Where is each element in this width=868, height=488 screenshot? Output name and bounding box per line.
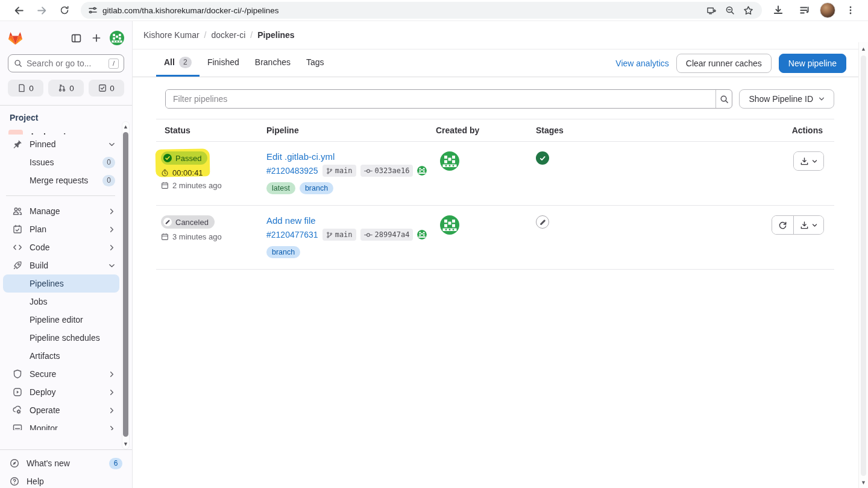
commit-icon	[364, 232, 373, 238]
tab-tags[interactable]: Tags	[298, 49, 332, 77]
site-info-icon[interactable]	[88, 5, 98, 15]
sidebar-item-build[interactable]: Build	[3, 256, 121, 274]
global-search[interactable]: /	[8, 54, 124, 72]
calendar-check-icon	[13, 224, 22, 234]
forward-icon[interactable]	[33, 2, 50, 19]
label-branch[interactable]: branch	[300, 182, 333, 194]
pipeline-id-link[interactable]: #2120483925	[266, 166, 318, 176]
view-analytics-link[interactable]: View analytics	[615, 59, 668, 68]
todos-counter[interactable]: 0	[89, 80, 124, 97]
media-queue-icon[interactable]	[796, 2, 813, 19]
sidebar-toggle-icon[interactable]	[69, 31, 83, 45]
sidebar-item-pinned[interactable]: Pinned	[3, 135, 121, 153]
sidebar-item-deploy[interactable]: Deploy	[3, 383, 121, 401]
sidebar-item-code[interactable]: Code	[3, 238, 121, 256]
new-pipeline-button[interactable]: New pipeline	[779, 54, 846, 73]
status-badge-passed[interactable]: Passed	[161, 151, 207, 165]
browser-profile-avatar[interactable]	[820, 2, 835, 18]
branch-chip[interactable]: main	[322, 229, 356, 241]
whats-new-badge: 6	[109, 458, 122, 469]
pipelines-table: Status Pipeline Created by Stages Action…	[156, 119, 834, 270]
bookmark-star-icon[interactable]	[743, 5, 753, 16]
sidebar-item-pipelines[interactable]: Pipelines	[3, 274, 119, 293]
chevron-down-icon	[108, 262, 115, 269]
commit-sha-chip[interactable]: 0323ae16	[360, 165, 414, 177]
help-item[interactable]: Help	[5, 472, 127, 488]
whats-new-item[interactable]: What's new 6	[5, 454, 127, 472]
merge-requests-counter[interactable]: 0	[48, 80, 84, 97]
sidebar-item-operate[interactable]: Operate	[3, 401, 121, 419]
page-scrollbar-thumb[interactable]	[861, 55, 866, 476]
sidebar-item-jobs[interactable]: Jobs	[3, 293, 121, 311]
scroll-down-icon[interactable]: ▼	[122, 441, 129, 447]
filter-pipelines-input[interactable]	[166, 90, 715, 108]
commit-sha-chip[interactable]: 289947a4	[360, 229, 414, 241]
pipeline-title-link[interactable]: Add new file	[266, 215, 316, 226]
pipeline-title-link[interactable]: Edit .gitlab-ci.yml	[266, 151, 335, 162]
filter-pipelines-box	[165, 89, 732, 109]
issues-counter[interactable]: 0	[8, 80, 43, 97]
column-header-created-by: Created by	[436, 125, 536, 135]
clear-runner-caches-button[interactable]: Clear runner caches	[676, 54, 772, 73]
stage-status-canceled-icon[interactable]	[536, 215, 549, 229]
tab-finished[interactable]: Finished	[200, 49, 247, 77]
creator-avatar-identicon[interactable]	[440, 215, 536, 235]
sidebar-scrollbar[interactable]: ▲ ▼	[122, 121, 130, 449]
sidebar-item-merge-requests[interactable]: Merge requests 0	[3, 171, 121, 189]
address-bar[interactable]: gitlab.com/tha.kishorekumar/docker-ci/-/…	[81, 2, 762, 19]
sidebar-item-issues[interactable]: Issues 0	[3, 153, 121, 171]
sidebar-scrollbar-thumb[interactable]	[123, 132, 128, 437]
scroll-up-icon[interactable]: ▲	[122, 124, 129, 130]
commit-author-identicon[interactable]	[417, 230, 427, 239]
branch-chip[interactable]: main	[322, 165, 356, 177]
commit-author-identicon[interactable]	[417, 166, 427, 176]
page-scrollbar[interactable]: ▲ ▼	[858, 42, 868, 488]
tab-all[interactable]: All 2	[156, 49, 200, 77]
status-badge-canceled[interactable]: Canceled	[161, 215, 215, 229]
scroll-up-icon[interactable]: ▲	[859, 46, 868, 52]
sidebar-item-artifacts[interactable]: Artifacts	[3, 347, 121, 365]
install-app-icon[interactable]	[706, 5, 717, 16]
search-input[interactable]	[27, 59, 108, 68]
label-latest[interactable]: latest	[266, 182, 295, 194]
gitlab-logo[interactable]	[8, 31, 23, 45]
creator-avatar-identicon[interactable]	[440, 151, 536, 171]
timer-icon	[161, 169, 169, 177]
stage-status-passed-icon[interactable]	[536, 151, 549, 165]
pipeline-id-link[interactable]: #2120477631	[266, 230, 318, 239]
download-artifacts-dropdown[interactable]	[793, 216, 823, 234]
url-text[interactable]: gitlab.com/tha.kishorekumar/docker-ci/-/…	[102, 6, 279, 15]
show-pipeline-id-dropdown[interactable]: Show Pipeline ID	[739, 89, 834, 109]
create-new-icon[interactable]	[89, 31, 104, 45]
retry-pipeline-button[interactable]	[772, 216, 793, 234]
downloads-icon[interactable]	[770, 2, 787, 19]
nav-divider	[6, 195, 115, 196]
shield-icon	[13, 369, 22, 379]
scroll-down-icon[interactable]: ▼	[859, 480, 868, 486]
breadcrumb-project[interactable]: docker-ci	[211, 30, 245, 40]
sidebar-item-pipeline-schedules[interactable]: Pipeline schedules	[3, 329, 121, 347]
filter-search-icon[interactable]	[715, 90, 732, 108]
chevron-down-icon	[108, 141, 115, 148]
sidebar-item-monitor[interactable]: Monitor	[3, 419, 121, 430]
breadcrumb-owner[interactable]: Kishore Kumar	[143, 30, 200, 40]
browser-menu-icon[interactable]	[842, 2, 859, 19]
download-artifacts-dropdown[interactable]	[794, 152, 823, 170]
sidebar-nav: Pinned Issues 0 Merge requests 0 Manage …	[0, 125, 121, 430]
back-icon[interactable]	[10, 2, 27, 19]
sidebar-item-pipeline-editor[interactable]: Pipeline editor	[3, 311, 121, 329]
reload-icon[interactable]	[56, 2, 73, 19]
sidebar-footer: What's new 6 Help	[0, 449, 132, 488]
label-branch[interactable]: branch	[266, 246, 300, 258]
sidebar-item-plan[interactable]: Plan	[3, 220, 121, 238]
user-avatar-identicon[interactable]	[110, 31, 124, 45]
pipelines-tabs: All 2 Finished Branches Tags View analyt…	[133, 49, 858, 77]
sidebar-item-manage[interactable]: Manage	[3, 202, 121, 220]
zoom-icon[interactable]	[725, 5, 735, 15]
browser-toolbar: gitlab.com/tha.kishorekumar/docker-ci/-/…	[0, 0, 868, 21]
help-icon	[10, 477, 19, 486]
tab-branches[interactable]: Branches	[247, 49, 298, 77]
sidebar-item-secure[interactable]: Secure	[3, 365, 121, 383]
commit-icon	[364, 168, 373, 174]
chevron-right-icon	[108, 425, 115, 431]
